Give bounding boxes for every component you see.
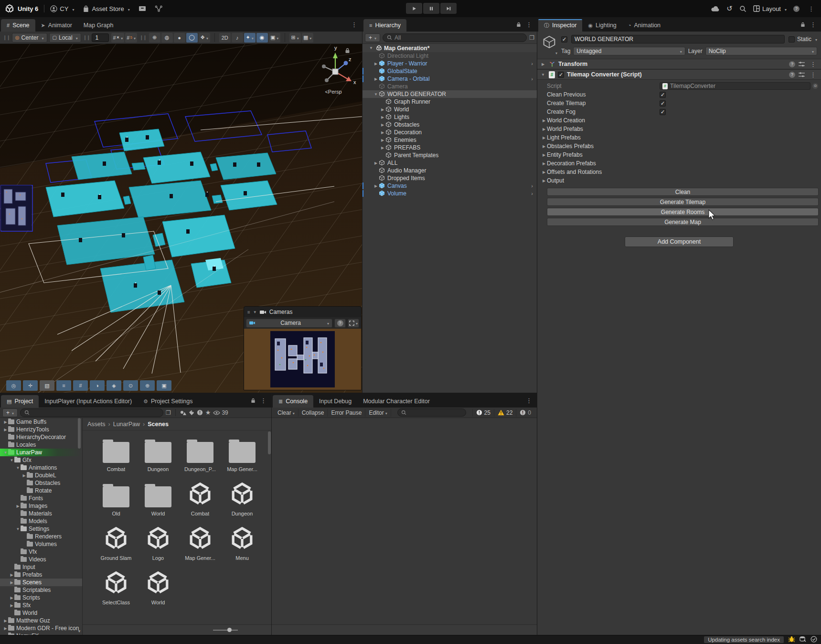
folder-tree-item[interactable]: ▼ LunarPaw [0, 449, 82, 456]
filter-by-label-icon[interactable] [189, 410, 194, 416]
hierarchy-item[interactable]: Parent Templates [363, 151, 537, 159]
asset-store-menu[interactable]: Asset Store [83, 5, 129, 12]
package-manager-button[interactable] [139, 5, 146, 12]
zoom-tool[interactable]: ⊙ [123, 380, 138, 391]
object-picker-icon[interactable]: ⊙ [812, 83, 818, 89]
folder-tree-item[interactable]: ▶ Sfx [0, 601, 82, 609]
expand-arrow-icon[interactable]: ▶ [9, 596, 14, 600]
search-in-window-icon[interactable]: ❐ [166, 409, 171, 416]
gameobject-icon-dropdown[interactable] [541, 35, 557, 56]
inspector-tab[interactable]: ◔ Animation [622, 19, 666, 32]
audio-mute-toggle[interactable]: ♪ [232, 33, 243, 43]
folder-tree-item[interactable]: ▶ DoubleL [0, 472, 82, 479]
hierarchy-item[interactable]: ▶ PREFABS [363, 144, 537, 151]
asset-tile[interactable]: Map Gener... [179, 525, 221, 569]
folder-tree-item[interactable]: ▶ Modern GDR - Free icon [0, 624, 82, 632]
expand-arrow-icon[interactable]: ▶ [373, 77, 379, 81]
plastic-scm-button[interactable] [155, 5, 163, 12]
folder-tree-item[interactable]: ▶ Game Buffs [0, 418, 82, 426]
folder-tree-item[interactable]: Fonts [0, 494, 82, 502]
folder-tree-item[interactable]: Vfx [0, 548, 82, 556]
property-checkbox[interactable] [660, 109, 666, 115]
help-icon[interactable] [793, 6, 800, 12]
folder-tree-item[interactable]: World [0, 609, 82, 617]
account-menu[interactable]: CY [50, 5, 74, 12]
expand-arrow-icon[interactable]: ▶ [3, 626, 8, 631]
filter-by-type-icon[interactable] [180, 410, 186, 416]
expand-arrow-icon[interactable]: ▼ [15, 527, 21, 531]
folder-tree-item[interactable]: ▶ Scripts [0, 594, 82, 601]
folder-tree-item[interactable]: ▶ Scenes [0, 579, 82, 586]
error-count-badge[interactable]: 0 [516, 409, 534, 417]
layers-tool[interactable]: ◈ [107, 380, 121, 391]
console-toolbar-button[interactable]: Error Pause [328, 409, 365, 417]
inspector-tab[interactable]: ⓘ Inspector [538, 19, 582, 32]
grid-size-toggle[interactable]: #5 [125, 33, 137, 43]
frame-center-tool[interactable]: ⊕ [140, 380, 155, 391]
expand-arrow-icon[interactable]: ▼ [373, 92, 379, 97]
stats-tool[interactable]: ▧ [40, 380, 54, 391]
folder-tree-item[interactable]: Scriptables [0, 586, 82, 594]
scene-viewport[interactable]: y z x <Persp ◎✛▧≡#◑◈⊙⊕▣ ≡ ▼ Cameras [0, 44, 362, 393]
foldout-arrow-icon[interactable]: ▼ [540, 73, 546, 77]
hierarchy-item[interactable]: Camera [363, 83, 537, 90]
cloud-icon[interactable] [711, 5, 720, 12]
scene-view-tab[interactable]: Map Graph [78, 19, 119, 32]
inspector-foldout[interactable]: World Creation [537, 116, 821, 125]
folder-tree-item[interactable]: ▼ Animations [0, 464, 82, 472]
folder-tree-item[interactable]: ▼ Settings [0, 525, 82, 533]
asset-tile[interactable]: World [137, 481, 179, 525]
project-search-input[interactable] [20, 408, 163, 417]
handle-position-toggle[interactable]: ⊕ [149, 33, 160, 43]
folder-tree-item[interactable]: HierarchyDecorator [0, 433, 82, 441]
progress-check-icon[interactable] [810, 636, 817, 644]
search-index-icon[interactable] [800, 636, 806, 644]
folder-tree-item[interactable]: Models [0, 517, 82, 525]
expand-arrow-icon[interactable]: ▶ [3, 619, 8, 623]
debug-bug-icon[interactable] [788, 636, 795, 644]
foldout-arrow-icon[interactable]: ▶ [540, 62, 546, 66]
hierarchy-item[interactable]: ▼ WORLD GENERATOR [363, 90, 537, 98]
pause-button[interactable] [423, 3, 439, 14]
snap-move-toggle[interactable]: #✕ [111, 33, 124, 43]
expand-arrow-icon[interactable]: ▶ [380, 146, 385, 150]
camera-info-button[interactable] [334, 319, 346, 328]
project-tab[interactable]: ▤ Project [1, 395, 39, 408]
camera-fullscreen-button[interactable] [348, 319, 359, 328]
inspector-action-button[interactable]: Generate Rooms [547, 208, 819, 216]
expand-arrow-icon[interactable]: ▶ [373, 62, 379, 66]
tilemap-converter-header[interactable]: ▼ Tilemap Converter (Script) ⋮ [537, 69, 821, 80]
hierarchy-item[interactable]: ▶ Decoration [363, 129, 537, 136]
grid-scrollbar[interactable] [268, 431, 271, 454]
wireframe-toggle[interactable]: ◯ [186, 33, 198, 43]
expand-arrow-icon[interactable]: ▼ [9, 458, 14, 462]
grid-size-input[interactable]: 1 [92, 33, 109, 42]
folder-tree-item[interactable]: Input [0, 563, 82, 571]
scene-view-tab[interactable]: # Scene [1, 19, 35, 32]
prefab-open-chevron[interactable]: › [531, 61, 533, 66]
overlay-drag-handle[interactable]: ≡ [247, 310, 250, 315]
folder-tree-item[interactable]: Materials [0, 510, 82, 517]
projection-label[interactable]: <Persp [309, 89, 357, 95]
hierarchy-item[interactable]: ▶ Player - Warrior › [363, 60, 537, 67]
scene-view-tab[interactable]: ➤ Animator [35, 19, 78, 32]
shading-mode-toggle[interactable]: ● [174, 33, 185, 43]
gameobject-name-input[interactable]: WORLD GENERATOR [571, 35, 785, 43]
expand-arrow-icon[interactable]: ▶ [380, 107, 385, 112]
asset-tile[interactable]: Dungeon_P... [179, 436, 221, 481]
toolbar-grip[interactable]: ❙❙ [83, 35, 90, 40]
expand-arrow-icon[interactable]: ▶ [9, 603, 14, 608]
prefab-open-chevron[interactable]: › [531, 191, 533, 196]
asset-tile[interactable]: Map Gener... [221, 436, 263, 481]
console-tab[interactable]: ≣ Console [273, 395, 313, 408]
hierarchy-item[interactable]: ▶ ALL [363, 159, 537, 167]
breadcrumb-item[interactable]: LunarPaw [113, 421, 145, 428]
folder-tree-item[interactable]: ▶ Prefabs [0, 571, 82, 579]
warning-count-badge[interactable]: 22 [494, 409, 516, 417]
inspector-action-button[interactable]: Generate Tilemap [547, 198, 819, 206]
layer-dropdown[interactable]: NoClip [705, 47, 817, 55]
presets-icon[interactable] [799, 72, 805, 77]
lock-icon[interactable] [800, 22, 805, 27]
tree-scrollbar[interactable]: ▼ [77, 418, 81, 635]
scene-header-row[interactable]: ▼ Map Generation* [363, 44, 537, 52]
